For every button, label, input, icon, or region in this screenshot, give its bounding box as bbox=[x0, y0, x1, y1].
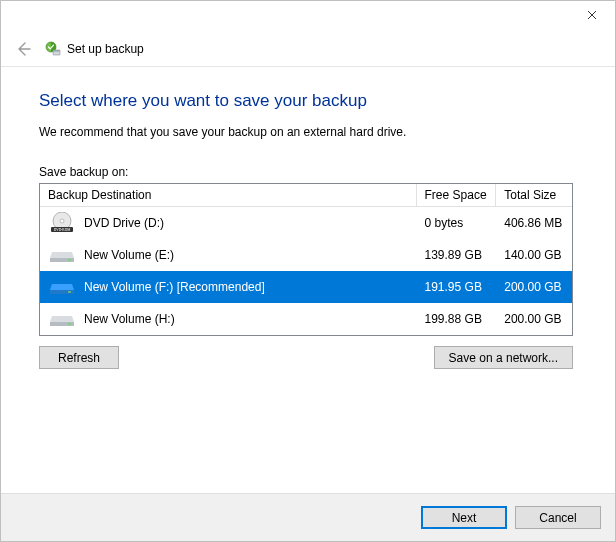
recommendation-text: We recommend that you save your backup o… bbox=[39, 125, 577, 139]
back-button[interactable] bbox=[11, 37, 35, 61]
drive-free-space: 191.95 GB bbox=[417, 280, 497, 294]
close-button[interactable] bbox=[569, 1, 615, 29]
drive-total-size: 200.00 GB bbox=[496, 312, 572, 326]
backup-shield-icon bbox=[45, 41, 61, 57]
drive-free-space: 139.89 GB bbox=[417, 248, 497, 262]
svg-text:DVD-ROM: DVD-ROM bbox=[54, 228, 72, 232]
drive-total-size: 140.00 GB bbox=[496, 248, 572, 262]
wizard-header: Set up backup bbox=[1, 31, 615, 67]
page-heading: Select where you want to save your backu… bbox=[39, 91, 577, 111]
drive-name: New Volume (F:) [Recommended] bbox=[84, 280, 265, 294]
hard-drive-icon bbox=[48, 245, 76, 265]
svg-rect-2 bbox=[53, 50, 60, 52]
svg-point-4 bbox=[60, 219, 64, 223]
drive-name: DVD Drive (D:) bbox=[84, 216, 164, 230]
svg-rect-12 bbox=[68, 323, 71, 324]
back-arrow-icon bbox=[14, 40, 32, 58]
titlebar bbox=[1, 1, 615, 31]
drive-list: Backup Destination Free Space Total Size… bbox=[39, 183, 573, 336]
drive-free-space: 0 bytes bbox=[417, 216, 497, 230]
col-free-space[interactable]: Free Space bbox=[417, 184, 497, 207]
drive-row[interactable]: DVD-ROMDVD Drive (D:)0 bytes406.86 MB bbox=[40, 207, 572, 239]
cancel-button[interactable]: Cancel bbox=[515, 506, 601, 529]
drive-name: New Volume (H:) bbox=[84, 312, 175, 326]
drive-name: New Volume (E:) bbox=[84, 248, 174, 262]
wizard-footer: Next Cancel bbox=[1, 493, 615, 541]
svg-rect-8 bbox=[68, 259, 71, 260]
drive-total-size: 406.86 MB bbox=[496, 216, 572, 230]
column-headers: Backup Destination Free Space Total Size bbox=[40, 184, 572, 207]
col-destination[interactable]: Backup Destination bbox=[40, 184, 417, 207]
dvd-drive-icon: DVD-ROM bbox=[48, 213, 76, 233]
save-label: Save backup on: bbox=[39, 165, 577, 179]
col-total-size[interactable]: Total Size bbox=[496, 184, 572, 207]
content-area: Select where you want to save your backu… bbox=[1, 67, 615, 379]
drive-free-space: 199.88 GB bbox=[417, 312, 497, 326]
close-icon bbox=[587, 10, 597, 20]
window-title: Set up backup bbox=[67, 42, 144, 56]
drive-row[interactable]: New Volume (E:)139.89 GB140.00 GB bbox=[40, 239, 572, 271]
next-button[interactable]: Next bbox=[421, 506, 507, 529]
hard-drive-icon bbox=[48, 309, 76, 329]
refresh-button[interactable]: Refresh bbox=[39, 346, 119, 369]
drive-row[interactable]: New Volume (F:) [Recommended]191.95 GB20… bbox=[40, 271, 572, 303]
drive-row[interactable]: New Volume (H:)199.88 GB200.00 GB bbox=[40, 303, 572, 335]
hard-drive-icon bbox=[48, 277, 76, 297]
drive-total-size: 200.00 GB bbox=[496, 280, 572, 294]
save-on-network-button[interactable]: Save on a network... bbox=[434, 346, 573, 369]
svg-rect-10 bbox=[68, 291, 71, 292]
